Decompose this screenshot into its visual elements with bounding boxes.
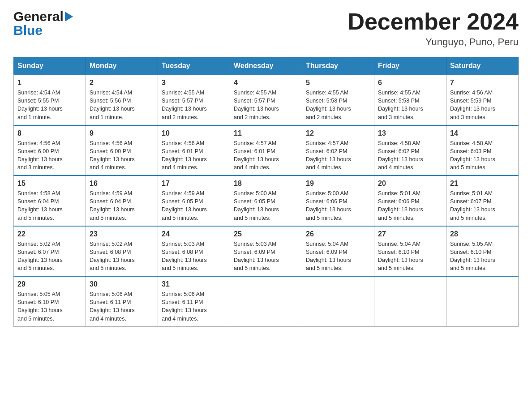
day-info: Sunrise: 4:59 AMSunset: 6:05 PMDaylight:… (162, 189, 226, 222)
day-number: 2 (90, 79, 154, 87)
calendar-cell: 26Sunrise: 5:04 AMSunset: 6:09 PMDayligh… (302, 226, 374, 277)
calendar-cell: 28Sunrise: 5:05 AMSunset: 6:10 PMDayligh… (446, 226, 519, 277)
day-number: 10 (162, 129, 226, 137)
day-info: Sunrise: 5:00 AMSunset: 6:05 PMDaylight:… (234, 189, 298, 222)
calendar-header-row: SundayMondayTuesdayWednesdayThursdayFrid… (14, 57, 519, 75)
calendar-cell: 5Sunrise: 4:55 AMSunset: 5:58 PMDaylight… (302, 75, 374, 125)
calendar-cell: 22Sunrise: 5:02 AMSunset: 6:07 PMDayligh… (14, 226, 86, 277)
day-info: Sunrise: 5:05 AMSunset: 6:10 PMDaylight:… (450, 240, 515, 273)
calendar-cell: 16Sunrise: 4:59 AMSunset: 6:04 PMDayligh… (86, 176, 158, 226)
header-sunday: Sunday (14, 57, 86, 75)
calendar-cell: 9Sunrise: 4:56 AMSunset: 6:00 PMDaylight… (86, 125, 158, 176)
day-number: 15 (17, 180, 82, 188)
logo-arrow-icon (65, 12, 73, 21)
calendar-cell: 12Sunrise: 4:57 AMSunset: 6:02 PMDayligh… (302, 125, 374, 176)
calendar-cell: 8Sunrise: 4:56 AMSunset: 6:00 PMDaylight… (14, 125, 86, 176)
calendar-week-5: 29Sunrise: 5:05 AMSunset: 6:10 PMDayligh… (14, 276, 519, 326)
logo: General Blue (13, 9, 73, 38)
day-info: Sunrise: 4:54 AMSunset: 5:56 PMDaylight:… (90, 89, 154, 121)
calendar-cell (374, 276, 446, 326)
day-info: Sunrise: 4:55 AMSunset: 5:58 PMDaylight:… (378, 89, 442, 121)
day-info: Sunrise: 5:02 AMSunset: 6:07 PMDaylight:… (17, 240, 82, 273)
calendar-cell: 25Sunrise: 5:03 AMSunset: 6:09 PMDayligh… (230, 226, 302, 277)
day-number: 8 (17, 129, 82, 137)
calendar-cell: 31Sunrise: 5:06 AMSunset: 6:11 PMDayligh… (158, 276, 230, 326)
calendar-cell: 19Sunrise: 5:00 AMSunset: 6:06 PMDayligh… (302, 176, 374, 226)
calendar-cell: 23Sunrise: 5:02 AMSunset: 6:08 PMDayligh… (86, 226, 158, 277)
day-number: 16 (90, 180, 154, 188)
day-info: Sunrise: 5:05 AMSunset: 6:10 PMDaylight:… (17, 290, 82, 323)
day-number: 26 (306, 230, 370, 238)
day-number: 17 (162, 180, 226, 188)
calendar-cell: 14Sunrise: 4:58 AMSunset: 6:03 PMDayligh… (446, 125, 519, 176)
day-number: 14 (450, 129, 515, 137)
calendar-cell: 30Sunrise: 5:06 AMSunset: 6:11 PMDayligh… (86, 276, 158, 326)
logo-general-text: General (13, 9, 64, 24)
day-info: Sunrise: 4:54 AMSunset: 5:55 PMDaylight:… (17, 89, 82, 121)
day-number: 30 (90, 280, 154, 288)
day-info: Sunrise: 5:03 AMSunset: 6:08 PMDaylight:… (162, 240, 226, 273)
day-number: 3 (162, 79, 226, 87)
calendar-cell: 7Sunrise: 4:56 AMSunset: 5:59 PMDaylight… (446, 75, 519, 125)
calendar-week-3: 15Sunrise: 4:58 AMSunset: 6:04 PMDayligh… (14, 176, 519, 226)
day-info: Sunrise: 4:58 AMSunset: 6:02 PMDaylight:… (378, 139, 442, 172)
day-number: 25 (234, 230, 298, 238)
day-info: Sunrise: 5:06 AMSunset: 6:11 PMDaylight:… (90, 290, 154, 323)
day-info: Sunrise: 4:55 AMSunset: 5:57 PMDaylight:… (162, 89, 226, 121)
calendar-cell: 13Sunrise: 4:58 AMSunset: 6:02 PMDayligh… (374, 125, 446, 176)
calendar-cell: 17Sunrise: 4:59 AMSunset: 6:05 PMDayligh… (158, 176, 230, 226)
day-info: Sunrise: 4:56 AMSunset: 6:01 PMDaylight:… (162, 139, 226, 172)
calendar-cell: 2Sunrise: 4:54 AMSunset: 5:56 PMDaylight… (86, 75, 158, 125)
day-number: 4 (234, 79, 298, 87)
day-number: 20 (378, 180, 442, 188)
day-info: Sunrise: 5:06 AMSunset: 6:11 PMDaylight:… (162, 290, 226, 323)
day-info: Sunrise: 4:57 AMSunset: 6:01 PMDaylight:… (234, 139, 298, 172)
header-friday: Friday (374, 57, 446, 75)
calendar-cell: 10Sunrise: 4:56 AMSunset: 6:01 PMDayligh… (158, 125, 230, 176)
day-info: Sunrise: 5:04 AMSunset: 6:10 PMDaylight:… (378, 240, 442, 273)
day-info: Sunrise: 4:56 AMSunset: 6:00 PMDaylight:… (17, 139, 82, 172)
calendar-week-2: 8Sunrise: 4:56 AMSunset: 6:00 PMDaylight… (14, 125, 519, 176)
page-header: General Blue December 2024 Yunguyo, Puno… (13, 9, 519, 48)
day-number: 18 (234, 180, 298, 188)
day-info: Sunrise: 4:58 AMSunset: 6:04 PMDaylight:… (17, 189, 82, 222)
calendar-cell (446, 276, 519, 326)
header-wednesday: Wednesday (230, 57, 302, 75)
day-number: 13 (378, 129, 442, 137)
day-number: 29 (17, 280, 82, 288)
calendar-cell (302, 276, 374, 326)
day-number: 9 (90, 129, 154, 137)
day-number: 1 (17, 79, 82, 87)
day-info: Sunrise: 4:56 AMSunset: 6:00 PMDaylight:… (90, 139, 154, 172)
day-info: Sunrise: 5:01 AMSunset: 6:07 PMDaylight:… (450, 189, 515, 222)
calendar-cell: 21Sunrise: 5:01 AMSunset: 6:07 PMDayligh… (446, 176, 519, 226)
day-info: Sunrise: 4:58 AMSunset: 6:03 PMDaylight:… (450, 139, 515, 172)
calendar-cell: 11Sunrise: 4:57 AMSunset: 6:01 PMDayligh… (230, 125, 302, 176)
day-info: Sunrise: 5:04 AMSunset: 6:09 PMDaylight:… (306, 240, 370, 273)
day-info: Sunrise: 4:56 AMSunset: 5:59 PMDaylight:… (450, 89, 515, 121)
day-number: 12 (306, 129, 370, 137)
day-number: 24 (162, 230, 226, 238)
calendar-cell: 24Sunrise: 5:03 AMSunset: 6:08 PMDayligh… (158, 226, 230, 277)
header-thursday: Thursday (302, 57, 374, 75)
day-number: 27 (378, 230, 442, 238)
day-number: 19 (306, 180, 370, 188)
day-info: Sunrise: 4:57 AMSunset: 6:02 PMDaylight:… (306, 139, 370, 172)
day-info: Sunrise: 5:03 AMSunset: 6:09 PMDaylight:… (234, 240, 298, 273)
day-number: 6 (378, 79, 442, 87)
calendar-cell (230, 276, 302, 326)
day-number: 22 (17, 230, 82, 238)
day-info: Sunrise: 4:55 AMSunset: 5:58 PMDaylight:… (306, 89, 370, 121)
calendar-week-4: 22Sunrise: 5:02 AMSunset: 6:07 PMDayligh… (14, 226, 519, 277)
calendar-cell: 1Sunrise: 4:54 AMSunset: 5:55 PMDaylight… (14, 75, 86, 125)
calendar-cell: 29Sunrise: 5:05 AMSunset: 6:10 PMDayligh… (14, 276, 86, 326)
day-number: 21 (450, 180, 515, 188)
calendar-cell: 15Sunrise: 4:58 AMSunset: 6:04 PMDayligh… (14, 176, 86, 226)
header-saturday: Saturday (446, 57, 519, 75)
day-number: 23 (90, 230, 154, 238)
location-text: Yunguyo, Puno, Peru (348, 36, 519, 48)
month-title: December 2024 (348, 9, 519, 34)
day-info: Sunrise: 4:59 AMSunset: 6:04 PMDaylight:… (90, 189, 154, 222)
day-info: Sunrise: 4:55 AMSunset: 5:57 PMDaylight:… (234, 89, 298, 121)
header-monday: Monday (86, 57, 158, 75)
